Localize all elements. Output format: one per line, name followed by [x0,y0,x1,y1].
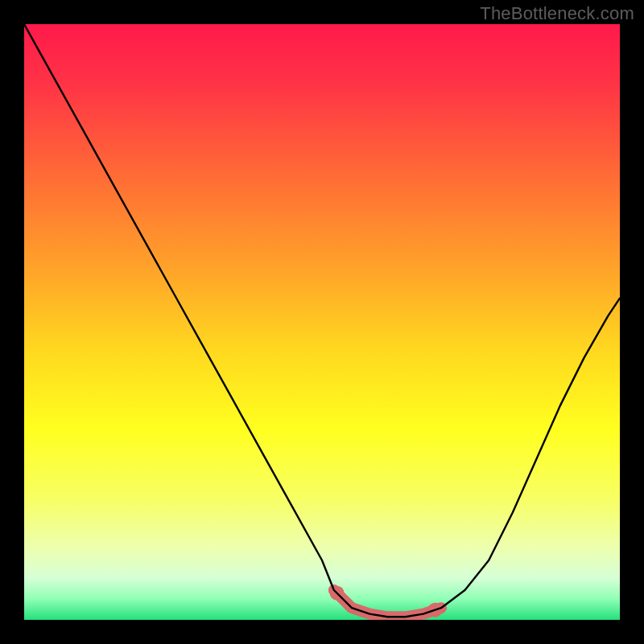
chart-frame: TheBottleneck.com [0,0,644,644]
plot-area [24,24,620,620]
bottleneck-curve [24,24,620,617]
watermark-text: TheBottleneck.com [480,3,634,24]
curve-layer [24,24,620,620]
